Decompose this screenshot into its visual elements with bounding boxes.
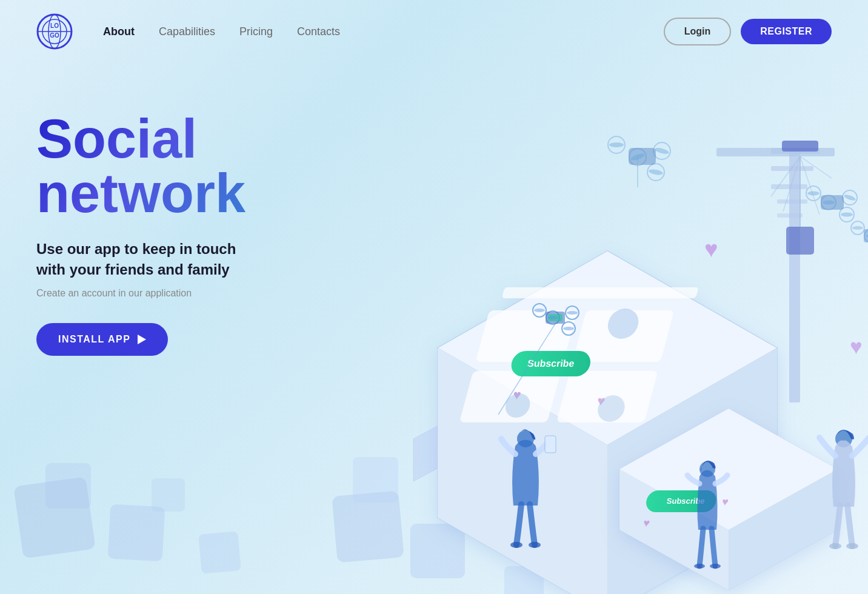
svg-rect-47: [786, 227, 814, 255]
hero-description: Create an account in our application: [36, 288, 245, 299]
svg-point-99: [694, 564, 705, 569]
svg-text:GO: GO: [50, 32, 59, 39]
svg-point-73: [841, 213, 853, 217]
svg-point-92: [563, 327, 574, 330]
isometric-illustration: Subscribe ♥ ♥ Subscribe ♥: [316, 99, 868, 594]
svg-rect-48: [782, 141, 818, 152]
svg-rect-11: [410, 524, 465, 578]
play-icon: [138, 335, 146, 344]
nav-actions: Login REGISTER: [664, 18, 832, 45]
nav-links: About Capabilities Pricing Contacts: [103, 25, 664, 38]
svg-point-64: [648, 169, 663, 176]
svg-text:♥: ♥: [704, 236, 718, 262]
svg-point-102: [829, 543, 841, 549]
deco-square-5: [198, 531, 241, 573]
svg-rect-97: [545, 436, 556, 453]
nav-about[interactable]: About: [103, 25, 135, 38]
svg-rect-19: [502, 287, 699, 298]
svg-point-91: [534, 309, 545, 312]
register-button[interactable]: REGISTER: [741, 19, 832, 44]
svg-point-103: [846, 543, 858, 549]
svg-point-89: [547, 316, 558, 319]
login-button[interactable]: Login: [664, 18, 732, 45]
svg-text:Subscribe: Subscribe: [527, 358, 575, 369]
svg-rect-10: [353, 457, 398, 502]
nav-capabilities[interactable]: Capabilities: [159, 25, 215, 38]
svg-point-63: [609, 142, 624, 147]
deco-square-4: [152, 478, 185, 512]
svg-point-62: [654, 147, 669, 155]
svg-point-95: [510, 542, 522, 548]
hero-subtitle: Use our app to keep in touchwith your fr…: [36, 239, 245, 279]
nav-pricing[interactable]: Pricing: [239, 25, 273, 38]
svg-point-96: [529, 542, 541, 548]
svg-rect-43: [777, 199, 807, 204]
svg-point-72: [807, 192, 820, 196]
svg-text:LO: LO: [50, 22, 59, 29]
svg-point-71: [843, 193, 856, 201]
svg-rect-44: [777, 213, 803, 218]
svg-point-81: [852, 226, 863, 230]
svg-point-70: [823, 201, 835, 205]
deco-square-3: [108, 504, 165, 562]
navbar: LO GO About Capabilities Pricing Contact…: [0, 0, 868, 63]
hero-section: Socialnetwork Use our app to keep in tou…: [0, 63, 868, 590]
install-app-label: INSTALL APP: [58, 334, 130, 345]
logo[interactable]: LO GO: [36, 13, 73, 50]
hero-title: Socialnetwork: [36, 112, 245, 221]
install-app-button[interactable]: INSTALL APP: [36, 323, 168, 356]
svg-point-90: [567, 311, 578, 315]
svg-point-100: [710, 564, 721, 569]
svg-text:♥: ♥: [850, 335, 863, 358]
nav-contacts[interactable]: Contacts: [297, 25, 340, 38]
hero-text: Socialnetwork Use our app to keep in tou…: [36, 87, 245, 356]
deco-square-2: [45, 463, 91, 509]
